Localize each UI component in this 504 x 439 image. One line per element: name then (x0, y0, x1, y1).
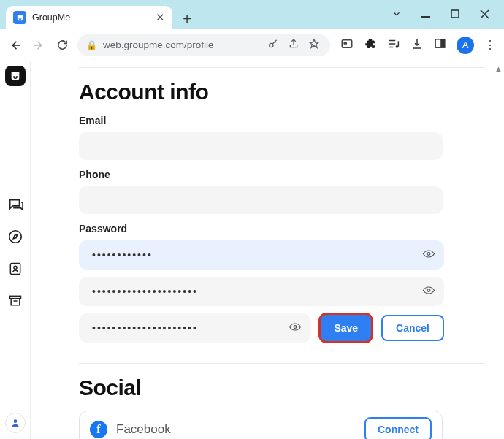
eye-icon[interactable] (422, 284, 435, 299)
lock-icon: 🔒 (86, 40, 97, 50)
svg-point-2 (270, 43, 273, 47)
app-logo-icon[interactable] (5, 66, 26, 86)
profile-avatar[interactable]: A (457, 37, 474, 54)
browser-tab-active[interactable]: GroupMe ✕ (6, 6, 172, 29)
social-heading: Social (79, 375, 484, 400)
browser-tab-strip: GroupMe ✕ + (6, 6, 197, 29)
phone-label: Phone (79, 169, 484, 180)
scroll-up-affordance[interactable]: ▲ (495, 64, 503, 73)
confirm-password-field[interactable] (79, 313, 310, 343)
media-icon[interactable] (340, 37, 354, 53)
phone-field[interactable] (79, 186, 443, 214)
nav-forward-button[interactable] (31, 37, 47, 53)
window-maximize-icon[interactable] (448, 7, 462, 20)
account-info-heading: Account info (79, 80, 484, 104)
section-divider (79, 363, 484, 364)
svg-rect-11 (9, 296, 20, 298)
svg-point-15 (294, 326, 297, 329)
svg-rect-1 (451, 10, 459, 18)
email-label: Email (79, 115, 484, 126)
chats-icon[interactable] (7, 196, 24, 213)
facebook-label: Facebook (116, 422, 356, 437)
playlist-icon[interactable] (387, 37, 400, 53)
svg-point-13 (427, 253, 430, 256)
download-icon[interactable] (411, 37, 424, 53)
user-profile-icon[interactable] (5, 413, 26, 433)
section-divider (79, 67, 484, 68)
kebab-menu-icon[interactable]: ⋮ (484, 38, 497, 52)
new-tab-button[interactable]: + (177, 9, 197, 29)
star-icon[interactable] (307, 38, 321, 53)
svg-rect-4 (344, 42, 348, 45)
window-close-icon[interactable] (478, 7, 491, 20)
chevron-down-icon[interactable] (390, 7, 403, 20)
email-field[interactable] (79, 132, 443, 160)
new-password-field[interactable] (79, 277, 444, 306)
window-minimize-icon[interactable] (419, 7, 432, 20)
tab-close-icon[interactable]: ✕ (156, 11, 165, 24)
tab-title: GroupMe (32, 12, 150, 23)
svg-point-8 (9, 231, 21, 243)
facebook-connect-row: f Facebook Connect (79, 411, 443, 439)
svg-point-14 (427, 289, 430, 292)
toolbar-actions: A ⋮ (337, 37, 497, 54)
connect-button[interactable]: Connect (364, 417, 432, 439)
share-icon[interactable] (286, 38, 301, 53)
svg-rect-7 (440, 39, 445, 47)
browser-toolbar: 🔒 web.groupme.com/profile A ⋮ (0, 29, 504, 61)
svg-point-12 (13, 419, 17, 423)
page-url: web.groupme.com/profile (103, 39, 260, 50)
cancel-button[interactable]: Cancel (381, 315, 444, 341)
archive-icon[interactable] (7, 292, 24, 310)
groupme-favicon (13, 11, 26, 24)
eye-icon[interactable] (422, 248, 435, 263)
nav-reload-button[interactable] (54, 37, 70, 53)
app-left-rail (0, 61, 31, 439)
key-icon[interactable] (266, 38, 280, 53)
facebook-icon: f (90, 421, 107, 438)
password-label: Password (79, 223, 484, 234)
current-password-field[interactable] (79, 240, 444, 270)
address-bar[interactable]: 🔒 web.groupme.com/profile (77, 34, 330, 56)
panel-icon[interactable] (434, 37, 446, 53)
profile-settings-scroll[interactable]: Account info Email Phone Password (31, 61, 504, 439)
contacts-icon[interactable] (7, 260, 24, 278)
svg-rect-0 (421, 16, 430, 18)
svg-point-10 (13, 266, 16, 269)
discover-icon[interactable] (7, 228, 24, 245)
save-button[interactable]: Save (321, 315, 371, 341)
extensions-icon[interactable] (364, 37, 377, 53)
window-titlebar: GroupMe ✕ + (0, 0, 504, 29)
nav-back-button[interactable] (7, 37, 23, 53)
eye-icon[interactable] (289, 321, 302, 336)
